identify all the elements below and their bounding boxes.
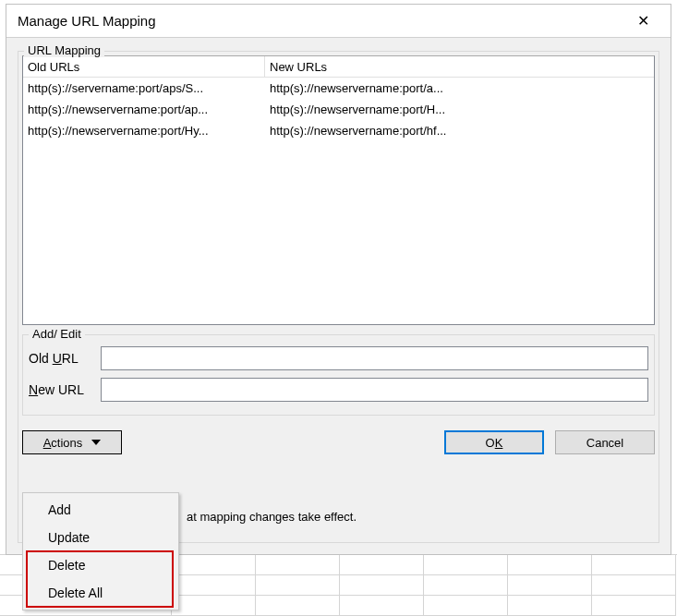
old-url-row: Old URL xyxy=(29,346,648,370)
cell-old: http(s)://servername:port/aps/S... xyxy=(23,78,265,99)
ok-button[interactable]: OK xyxy=(444,430,544,454)
titlebar: Manage URL Mapping ✕ xyxy=(6,5,671,38)
hint-text: at mapping changes take effect. xyxy=(187,510,357,524)
manage-url-mapping-dialog: Manage URL Mapping ✕ URL Mapping Old URL… xyxy=(6,4,671,555)
table-row[interactable]: http(s)://newservername:port/Hy... http(… xyxy=(23,120,654,141)
old-url-label: Old URL xyxy=(29,351,101,366)
new-url-label: New URL xyxy=(29,382,101,397)
close-icon: ✕ xyxy=(637,14,649,29)
dialog-title: Manage URL Mapping xyxy=(18,13,156,29)
cell-old: http(s)://newservername:port/ap... xyxy=(23,99,265,120)
groupbox-label: URL Mapping xyxy=(24,43,104,57)
url-mapping-listview[interactable]: Old URLs New URLs http(s)://servername:p… xyxy=(22,55,655,325)
listview-rows: http(s)://servername:port/aps/S... http(… xyxy=(23,78,654,141)
menu-item-delete-all[interactable]: Delete All xyxy=(26,579,175,607)
table-row[interactable]: http(s)://servername:port/aps/S... http(… xyxy=(23,78,654,99)
cell-old: http(s)://newservername:port/Hy... xyxy=(23,120,265,141)
menu-item-add[interactable]: Add xyxy=(26,496,175,524)
button-row: Actions OK Cancel xyxy=(22,430,655,456)
dialog-body: URL Mapping Old URLs New URLs http(s)://… xyxy=(6,38,671,554)
close-button[interactable]: ✕ xyxy=(623,8,663,34)
old-url-input[interactable] xyxy=(101,346,648,370)
new-url-input[interactable] xyxy=(101,378,648,402)
listview-header: Old URLs New URLs xyxy=(23,56,654,78)
new-url-row: New URL xyxy=(29,378,648,402)
menu-item-delete[interactable]: Delete xyxy=(26,551,175,579)
cell-new: http(s)://newservername:port/hf... xyxy=(265,120,533,141)
add-edit-label: Add/ Edit xyxy=(29,327,85,341)
url-mapping-groupbox: URL Mapping Old URLs New URLs http(s)://… xyxy=(18,51,659,543)
cancel-button[interactable]: Cancel xyxy=(555,430,655,454)
add-edit-groupbox: Add/ Edit Old URL New URL xyxy=(22,334,655,416)
actions-menu: Add Update Delete Delete All xyxy=(22,492,179,610)
chevron-down-icon xyxy=(91,440,101,445)
cell-new: http(s)://newservername:port/H... xyxy=(265,99,533,120)
actions-button[interactable]: Actions xyxy=(22,430,122,454)
table-row[interactable]: http(s)://newservername:port/ap... http(… xyxy=(23,99,654,120)
column-header-old[interactable]: Old URLs xyxy=(23,56,265,77)
cell-new: http(s)://newservername:port/a... xyxy=(265,78,533,99)
column-header-new[interactable]: New URLs xyxy=(265,56,533,77)
menu-item-update[interactable]: Update xyxy=(26,524,175,551)
